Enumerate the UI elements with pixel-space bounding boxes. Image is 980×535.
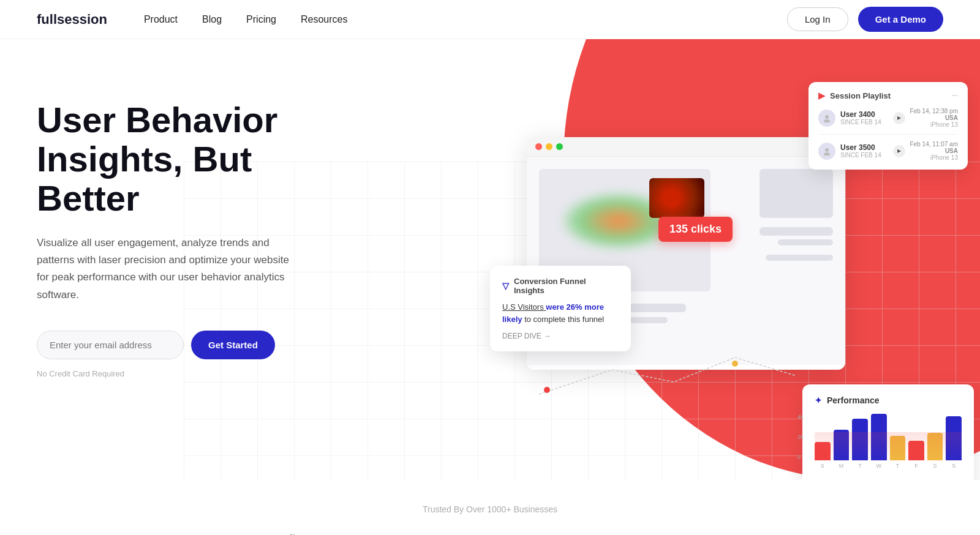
- session-user-row: User 3400 SINCE FEB 14 ▶ Feb 14, 12:38 p…: [818, 108, 958, 135]
- funnel-icon: ▽: [502, 281, 509, 291]
- logo-userpilot: userpilot: [165, 533, 220, 535]
- svg-point-1: [825, 115, 829, 119]
- placeholder-block: [760, 227, 833, 236]
- browser-dot-green: [556, 143, 563, 150]
- session-user-info: User 3500 SINCE FEB 14: [840, 143, 888, 159]
- session-play-icon: ▶: [818, 91, 825, 100]
- session-playlist-title: ▶ Session Playlist ···: [818, 91, 958, 100]
- get-started-button[interactable]: Get Started: [191, 331, 275, 359]
- nav-blog[interactable]: Blog: [202, 14, 222, 25]
- session-user-row: User 3500 SINCE FEB 14 ▶ Feb 14, 11:07 a…: [818, 141, 958, 161]
- performance-chart: 4k 2k 0 S M: [815, 414, 962, 475]
- product-image: [649, 178, 704, 218]
- svg-point-3: [825, 148, 829, 152]
- session-options-icon: ···: [952, 91, 958, 100]
- nav-actions: Log In Get a Demo: [787, 7, 943, 32]
- logos-row: ⠿ POLYMER userpilot flex 9GAG DROTHY ✓ A…: [37, 533, 943, 535]
- demo-button[interactable]: Get a Demo: [858, 7, 943, 32]
- logo: fullsession: [37, 12, 107, 28]
- browser-dot-yellow: [546, 143, 552, 150]
- session-play-button[interactable]: ▶: [893, 112, 905, 124]
- trusted-section: Trusted By Over 1000+ Businesses ⠿ POLYM…: [0, 480, 980, 535]
- performance-card: ✦ Performance 4k 2k 0: [802, 384, 974, 480]
- chart-x-labels: S M T W T F S S: [815, 463, 962, 469]
- session-avatar: [818, 143, 835, 160]
- svg-point-2: [824, 119, 830, 122]
- nav-resources[interactable]: Resources: [301, 14, 347, 25]
- nav-pricing[interactable]: Pricing: [246, 14, 276, 25]
- trusted-title: Trusted By Over 1000+ Businesses: [37, 504, 943, 514]
- clicks-badge: 135 clicks: [658, 217, 733, 242]
- hero-form: Get Started: [37, 331, 355, 359]
- browser-bar: [527, 137, 845, 157]
- no-credit-card-note: No Credit Card Required: [37, 369, 355, 378]
- session-meta: Feb 14, 12:38 pm USA iPhone 13: [910, 108, 958, 128]
- session-playlist-card: ▶ Session Playlist ··· User 3400 SINCE F…: [809, 82, 968, 170]
- email-input[interactable]: [37, 331, 184, 359]
- session-play-button[interactable]: ▶: [893, 145, 905, 157]
- performance-icon: ✦: [815, 395, 822, 405]
- placeholder-block: [778, 239, 833, 245]
- navbar: fullsession Product Blog Pricing Resourc…: [0, 0, 980, 39]
- funnel-deep-dive-link[interactable]: DEEP DIVE →: [502, 332, 619, 340]
- dot-indicator-yellow: [732, 361, 738, 367]
- funnel-card-text: U.S Visitors were 26% more likely to com…: [502, 301, 619, 326]
- hero-description: Visualize all user engagement, analyze t…: [37, 234, 294, 303]
- placeholder-block: [766, 255, 833, 261]
- logo-flex: flex: [288, 533, 309, 535]
- funnel-card: ▽ Conversion Funnel Insights U.S Visitor…: [490, 266, 631, 351]
- svg-point-4: [824, 152, 830, 155]
- funnel-card-title: ▽ Conversion Funnel Insights: [502, 277, 619, 295]
- placeholder-block: [760, 169, 833, 218]
- chart-y-labels: 4k 2k 0: [797, 414, 804, 460]
- performance-title: ✦ Performance: [815, 395, 962, 405]
- placeholder-block: [625, 304, 686, 312]
- dot-indicator-red: [544, 387, 550, 393]
- nav-product[interactable]: Product: [144, 14, 178, 25]
- hero-visuals: 135 clicks ▽ Conversion Funnel Insights …: [478, 76, 980, 480]
- hero-title: User Behavior Insights, But Better: [37, 100, 355, 217]
- hero-section: User Behavior Insights, But Better Visua…: [0, 39, 980, 480]
- hero-content: User Behavior Insights, But Better Visua…: [37, 88, 355, 378]
- userpilot-u-icon: u: [165, 533, 173, 535]
- session-user-info: User 3400 SINCE FEB 14: [840, 110, 888, 125]
- login-button[interactable]: Log In: [787, 7, 848, 31]
- nav-links: Product Blog Pricing Resources: [144, 14, 348, 25]
- chart-bg-area: [815, 432, 962, 463]
- session-avatar: [818, 110, 835, 127]
- browser-dot-red: [535, 143, 542, 150]
- session-meta: Feb 14, 11:07 am USA iPhone 13: [910, 141, 958, 161]
